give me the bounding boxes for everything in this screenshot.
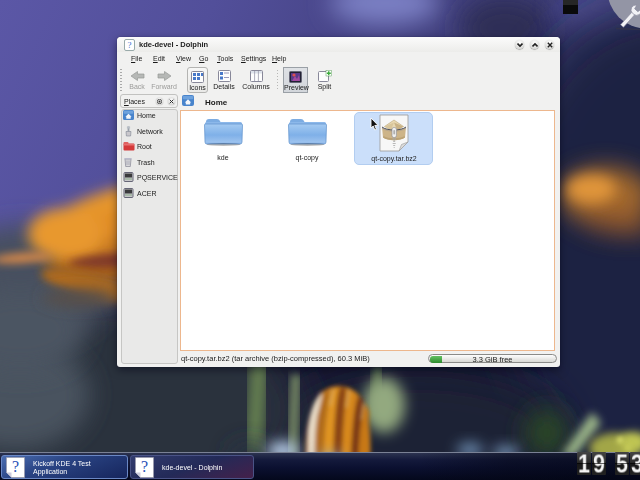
svg-text:?: ? xyxy=(128,40,132,50)
svg-text:?: ? xyxy=(12,458,19,475)
svg-text:?: ? xyxy=(141,458,148,475)
